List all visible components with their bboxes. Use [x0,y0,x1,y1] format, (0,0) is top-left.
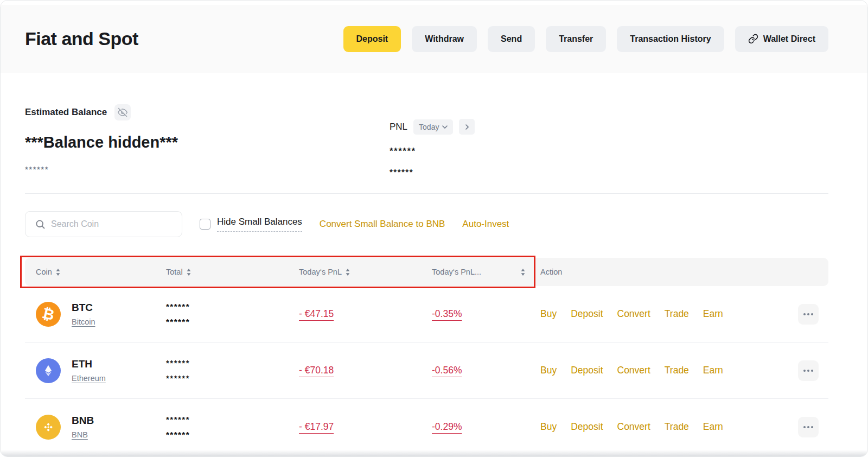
transfer-button[interactable]: Transfer [546,26,606,52]
total-masked: ****** [166,318,190,326]
convert-link[interactable]: Convert [617,365,650,376]
section-divider [25,193,828,194]
deposit-link[interactable]: Deposit [571,421,603,433]
table-row-eth: ETH Ethereum ****** ****** - €70.18 -0.5… [25,342,828,399]
buy-link[interactable]: Buy [540,421,557,433]
pnl-period-dropdown[interactable]: Today [413,119,453,135]
sort-icon [346,269,350,276]
table-row-bnb: BNB BNB ****** ****** - €17.97 -0.29% Bu… [25,399,828,455]
todays-pnl-percent[interactable]: -0.35% [432,308,462,320]
pnl-masked-value: ****** [390,146,475,157]
earn-link[interactable]: Earn [703,421,723,433]
column-header-total[interactable]: Total [166,268,299,276]
hide-small-balances-label[interactable]: Hide Small Balances [217,217,302,232]
earn-link[interactable]: Earn [703,308,723,320]
topbar: Fiat and Spot Deposit Withdraw Send Tran… [1,5,867,73]
balance-section: Estimated Balance ***Balance hidden*** *… [1,73,867,193]
coin-name-link[interactable]: BNB [72,430,88,439]
todays-pnl-percent[interactable]: -0.56% [432,365,462,376]
trade-link[interactable]: Trade [665,308,689,320]
table-row-btc: ₿ BTC Bitcoin ****** ****** - €47.15 -0.… [25,286,828,342]
wallet-direct-button-label: Wallet Direct [763,34,815,44]
eye-off-icon [118,107,127,117]
ellipsis-icon [803,370,813,372]
deposit-link[interactable]: Deposit [571,365,603,376]
estimated-balance-label: Estimated Balance [25,107,107,118]
buy-link[interactable]: Buy [540,308,557,320]
hide-small-balances-checkbox[interactable] [200,219,210,230]
todays-pnl-value[interactable]: - €17.97 [299,421,334,433]
btc-icon: ₿ [36,302,61,327]
trade-link[interactable]: Trade [665,365,689,376]
search-coin-box[interactable] [25,211,182,237]
more-actions-button[interactable] [798,304,819,325]
pnl-masked-secondary: ****** [390,167,475,176]
pnl-block: PNL Today ****** ****** [390,119,475,176]
transfer-button-label: Transfer [559,34,593,44]
total-masked: ****** [166,359,190,367]
column-header-todays-pnl[interactable]: Today‘s PnL [299,268,432,276]
coin-symbol: BTC [72,302,95,314]
total-masked: ****** [166,430,190,439]
column-header-todays-pnl-pct[interactable]: Today‘s PnL... [432,268,540,276]
transaction-history-button[interactable]: Transaction History [617,26,724,52]
pnl-detail-button[interactable] [459,119,475,135]
filter-row: Hide Small Balances Convert Small Balanc… [25,211,828,237]
ellipsis-icon [803,313,813,315]
withdraw-button-label: Withdraw [425,34,464,44]
convert-link[interactable]: Convert [617,308,650,320]
total-masked: ****** [166,374,190,382]
sort-icon [521,269,525,276]
bnb-icon [36,415,61,440]
total-masked: ****** [166,302,190,310]
link-icon [748,34,758,44]
sort-icon [56,269,60,276]
more-actions-button[interactable] [798,417,819,437]
deposit-button-label: Deposit [356,34,388,44]
table-header-row: Coin Total Today‘s PnL Today‘s PnL... [25,258,828,286]
buy-link[interactable]: Buy [540,365,557,376]
deposit-button[interactable]: Deposit [343,26,401,52]
column-header-coin[interactable]: Coin [25,268,166,276]
send-button[interactable]: Send [488,26,535,52]
chevron-right-icon [465,124,469,130]
ellipsis-icon [803,426,813,428]
convert-link[interactable]: Convert [617,421,650,433]
toggle-balance-visibility-button[interactable] [114,104,131,120]
fiat-and-spot-page: Fiat and Spot Deposit Withdraw Send Tran… [0,0,868,457]
coin-name-link[interactable]: Bitcoin [72,318,95,326]
sort-icon [187,269,191,276]
coin-symbol: BNB [72,415,94,427]
coin-name-link[interactable]: Ethereum [72,374,106,383]
search-coin-input[interactable] [51,219,182,229]
topbar-actions: Deposit Withdraw Send Transfer Transacti… [343,26,829,52]
pnl-period-value: Today [419,123,439,131]
chevron-down-icon [442,125,448,129]
todays-pnl-value[interactable]: - €70.18 [299,365,334,376]
wallet-direct-button[interactable]: Wallet Direct [735,26,828,52]
column-header-action: Action [540,268,828,276]
page-title: Fiat and Spot [25,28,138,49]
todays-pnl-value[interactable]: - €47.15 [299,308,334,320]
asset-table: Coin Total Today‘s PnL Today‘s PnL... [25,258,828,455]
earn-link[interactable]: Earn [703,365,723,376]
more-actions-button[interactable] [798,360,819,381]
send-button-label: Send [501,34,522,44]
todays-pnl-percent[interactable]: -0.29% [432,421,462,433]
search-icon [25,219,51,230]
trade-link[interactable]: Trade [665,421,689,433]
total-masked: ****** [166,415,190,423]
eth-icon [36,358,61,383]
pnl-label: PNL [390,122,407,132]
transaction-history-button-label: Transaction History [630,34,711,44]
coin-symbol: ETH [72,358,106,370]
convert-small-balance-link[interactable]: Convert Small Balance to BNB [320,219,445,230]
withdraw-button[interactable]: Withdraw [412,26,477,52]
auto-invest-link[interactable]: Auto-Invest [462,219,509,230]
deposit-link[interactable]: Deposit [571,308,603,320]
